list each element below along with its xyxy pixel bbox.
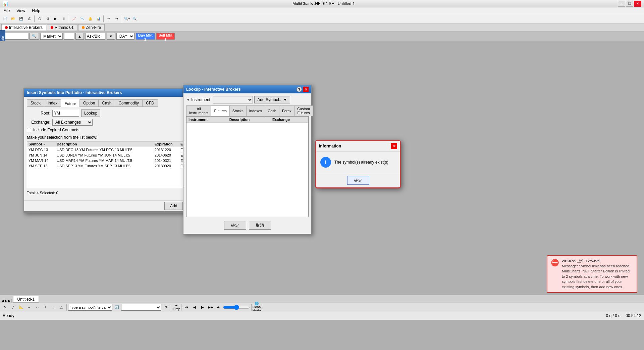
menu-help[interactable]: Help xyxy=(30,8,42,14)
exchange-select[interactable]: All Exchanges xyxy=(52,119,93,126)
broker-tab-zenfire[interactable]: Zen-Fire xyxy=(78,24,105,31)
buy-mkt-button[interactable]: Buy Mkt1 xyxy=(136,33,155,40)
refresh-btn[interactable]: 🔄 xyxy=(113,304,120,311)
tab-option[interactable]: Option xyxy=(79,99,98,107)
tb-btn-3[interactable]: ▶ xyxy=(52,15,59,23)
tab-cfd[interactable]: CFD xyxy=(142,99,158,107)
lookup-col-exchange[interactable]: Exchange xyxy=(270,117,308,123)
new-btn[interactable]: 📄 xyxy=(1,15,9,23)
col-description[interactable]: Description xyxy=(55,141,153,147)
lookup-tab-futures[interactable]: Futures xyxy=(211,105,229,116)
broker-tab-rithmic[interactable]: Rithmic 01 xyxy=(47,24,77,31)
draw-arrow-btn[interactable]: ↖ xyxy=(1,304,9,311)
sell-mkt-button[interactable]: Sell Mkt1 xyxy=(156,33,175,40)
lookup-dialog-help[interactable]: ? xyxy=(297,87,302,92)
tab-next-btn[interactable]: ▶ xyxy=(5,299,7,303)
lookup-tab-cash[interactable]: Cash xyxy=(265,105,279,116)
tb-btn-2[interactable]: ⚙ xyxy=(44,15,51,23)
price-type-btn[interactable]: ▼ xyxy=(107,33,115,40)
tab-last-btn[interactable]: ▶| xyxy=(8,299,12,303)
minimize-button[interactable]: – xyxy=(618,1,625,7)
playback-start-btn[interactable]: ⏮ xyxy=(183,304,190,311)
table-row[interactable]: YM MAR 14USD MAR14 YM Futures YM MAR 14 … xyxy=(27,158,204,163)
lookup-tab-all[interactable]: All Instruments xyxy=(186,105,211,116)
settings-small-btn[interactable]: ⚙ xyxy=(162,304,169,311)
price-type-input[interactable] xyxy=(85,33,105,40)
resize-handle[interactable] xyxy=(24,211,207,213)
tb-btn-1[interactable]: ⬡ xyxy=(36,15,43,23)
order-type-select[interactable]: Market xyxy=(40,33,63,40)
lookup-col-description[interactable]: Description xyxy=(227,117,270,123)
symbol-interval-select[interactable]: Type a symbol/interval xyxy=(68,304,112,311)
table-row[interactable]: YM JUN 14USD JUN14 YM Futures YM JUN 14 … xyxy=(27,152,204,158)
instrument-dropdown[interactable] xyxy=(213,96,253,103)
playback-end-btn[interactable]: ⏭ xyxy=(215,304,222,311)
info-confirm-button[interactable]: 確定 xyxy=(347,176,369,185)
page-tab-untitled[interactable]: Untitled-1 xyxy=(13,296,39,303)
interval-select[interactable] xyxy=(121,304,161,311)
include-expired-checkbox[interactable] xyxy=(27,128,31,132)
tif-select[interactable]: DAY xyxy=(116,33,135,40)
global-mode-btn[interactable]: 🌐 Global Mode xyxy=(253,304,260,311)
qty-up-btn[interactable]: ▲ xyxy=(75,33,84,40)
tb-btn-6[interactable]: 📉 xyxy=(78,15,86,23)
playback-play-btn[interactable]: ▶ xyxy=(199,304,206,311)
tab-index[interactable]: Index xyxy=(44,99,61,107)
lookup-dialog-close[interactable]: ✕ xyxy=(303,87,309,92)
draw-sep xyxy=(66,304,67,311)
speed-slider[interactable] xyxy=(223,305,250,310)
tb-btn-12[interactable]: 🔍- xyxy=(131,15,139,23)
broker-tab-ib[interactable]: Interactive Brokers xyxy=(1,24,46,31)
tb-btn-5[interactable]: 📈 xyxy=(70,15,78,23)
draw-text-btn[interactable]: T xyxy=(42,304,49,311)
info-close-button[interactable]: ✕ xyxy=(391,143,397,149)
draw-trend-btn[interactable]: 📐 xyxy=(17,304,25,311)
menu-file[interactable]: File xyxy=(1,8,12,14)
tb-btn-9[interactable]: ↩ xyxy=(105,15,112,23)
lookup-tab-forex[interactable]: Forex xyxy=(279,105,294,116)
col-expiration[interactable]: Expiration xyxy=(153,141,179,147)
root-input[interactable] xyxy=(52,110,79,117)
draw-line-btn[interactable]: ╱ xyxy=(9,304,17,311)
open-btn[interactable]: 📂 xyxy=(9,15,17,23)
lookup-col-instrument[interactable]: Instrument xyxy=(186,117,227,123)
playback-fast-btn[interactable]: ▶▶ xyxy=(207,304,214,311)
tb-btn-4[interactable]: ⏸ xyxy=(60,15,67,23)
tb-btn-7[interactable]: 🔔 xyxy=(87,15,94,23)
tab-commodity[interactable]: Commodity xyxy=(115,99,142,107)
add-button[interactable]: Add xyxy=(164,202,183,210)
jump-btn[interactable]: ✈ Jump xyxy=(172,304,180,311)
broker-dot-ib xyxy=(5,26,8,29)
draw-triangle-btn[interactable]: △ xyxy=(58,304,65,311)
symbol-input[interactable] xyxy=(1,33,28,40)
lookup-confirm-btn[interactable]: 確定 xyxy=(224,221,246,230)
tab-cash[interactable]: Cash xyxy=(98,99,115,107)
lookup-cancel-btn[interactable]: 取消 xyxy=(249,221,271,230)
tb-btn-10[interactable]: ↪ xyxy=(113,15,120,23)
add-symbol-button[interactable]: Add Symbol... ▼ xyxy=(254,96,290,103)
tab-future[interactable]: Future xyxy=(61,100,79,107)
tab-stock[interactable]: Stock xyxy=(27,99,44,107)
save-btn[interactable]: 💾 xyxy=(17,15,25,23)
tb-btn-11[interactable]: 🔍+ xyxy=(123,15,131,23)
tab-prev-btn[interactable]: ◀ xyxy=(1,299,4,303)
menu-view[interactable]: View xyxy=(14,8,27,14)
tb-btn-8[interactable]: 📊 xyxy=(95,15,102,23)
search-button[interactable]: 🔍 xyxy=(30,33,39,40)
lookup-tab-indexes[interactable]: Indexes xyxy=(246,105,265,116)
title-bar: 📊 MultiCharts .NET64 SE - Untitled-1 – ❐… xyxy=(0,0,644,7)
draw-ellipse-btn[interactable]: ○ xyxy=(50,304,57,311)
table-row[interactable]: YM DEC 13USD DEC 13 YM Futures YM DEC 13… xyxy=(27,147,204,153)
restore-button[interactable]: ❐ xyxy=(626,1,633,7)
col-symbol[interactable]: Symbol ▼ xyxy=(27,141,55,147)
lookup-tab-stocks[interactable]: Stocks xyxy=(229,105,246,116)
draw-ray-btn[interactable]: → xyxy=(25,304,33,311)
lookup-button[interactable]: Lookup xyxy=(81,110,100,117)
app-close-button[interactable]: ✕ xyxy=(634,1,641,7)
qty-input[interactable] xyxy=(64,33,74,40)
print-btn[interactable]: 🖨 xyxy=(25,15,33,23)
lookup-tab-custom[interactable]: Custom Futures xyxy=(294,105,313,116)
draw-rect-btn[interactable]: ▭ xyxy=(34,304,41,311)
table-row[interactable]: YM SEP 13USD SEP13 YM Futures YM SEP 13 … xyxy=(27,163,204,169)
playback-prev-btn[interactable]: ◀ xyxy=(191,304,198,311)
